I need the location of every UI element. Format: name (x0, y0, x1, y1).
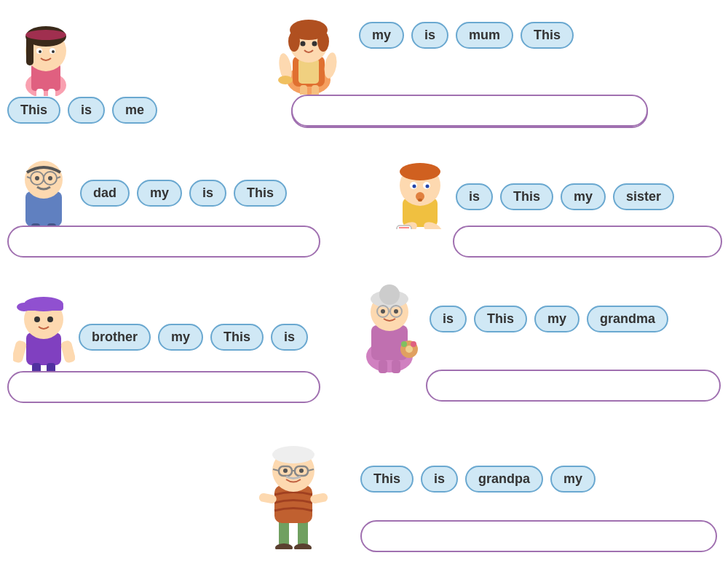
chip-this-dad[interactable]: This (234, 180, 287, 207)
chip-mum-mum[interactable]: mum (456, 22, 513, 49)
chip-sister[interactable]: sister (613, 183, 674, 210)
grandpa-chips-row: This is grandpa my (360, 466, 596, 493)
svg-rect-26 (300, 85, 307, 95)
svg-point-21 (301, 41, 306, 47)
svg-point-85 (294, 543, 312, 549)
svg-point-5 (25, 30, 66, 40)
svg-point-8 (39, 50, 41, 53)
svg-point-78 (411, 341, 416, 347)
sister-chips-row: is This my sister (456, 183, 674, 210)
chip-grandpa[interactable]: grandpa (465, 466, 543, 493)
svg-point-46 (413, 185, 416, 188)
svg-rect-61 (60, 340, 75, 364)
svg-point-41 (400, 163, 440, 180)
svg-point-77 (405, 346, 413, 353)
grandma-chips-row: is This my grandma (430, 306, 668, 332)
sister-character (389, 146, 451, 229)
svg-point-94 (283, 469, 288, 473)
svg-point-70 (379, 284, 400, 305)
mum-answer-box[interactable] (291, 95, 648, 127)
mum-chips-row: my is mum This (359, 22, 574, 49)
svg-point-36 (48, 176, 52, 180)
svg-point-88 (272, 446, 314, 463)
svg-point-58 (34, 316, 40, 322)
chip-this-sister[interactable]: This (500, 183, 553, 210)
chip-my-grandma[interactable]: my (534, 306, 579, 332)
chip-is-grandpa[interactable]: is (421, 466, 458, 493)
svg-rect-96 (258, 493, 277, 504)
chip-this-girl[interactable]: This (7, 97, 60, 124)
svg-rect-97 (309, 493, 328, 504)
svg-rect-4 (26, 36, 33, 65)
svg-point-47 (426, 185, 430, 188)
svg-rect-11 (48, 89, 55, 96)
brother-chips-row: brother my This is (79, 324, 308, 351)
chip-my-brother[interactable]: my (158, 324, 203, 351)
svg-rect-43 (418, 199, 422, 202)
chip-grandma[interactable]: grandma (587, 306, 668, 332)
chip-is-girl[interactable]: is (68, 97, 105, 124)
chip-this-brother[interactable]: This (210, 324, 264, 351)
svg-point-25 (278, 76, 293, 84)
svg-rect-60 (13, 340, 27, 364)
chip-is-grandma[interactable]: is (430, 306, 467, 332)
grandma-answer-box[interactable] (426, 370, 721, 402)
chip-is-mum[interactable]: is (411, 22, 448, 49)
chip-my-sister[interactable]: my (561, 183, 606, 210)
chip-is-dad[interactable]: is (189, 180, 226, 207)
chip-is-brother[interactable]: is (271, 324, 308, 351)
chip-is-sister[interactable]: is (456, 183, 493, 210)
dad-character (11, 142, 76, 226)
svg-point-84 (275, 543, 293, 549)
dad-chips-row: dad my is This (80, 180, 287, 207)
svg-point-22 (312, 41, 317, 47)
chip-this-grandma[interactable]: This (474, 306, 527, 332)
brother-answer-box[interactable] (7, 371, 320, 403)
svg-rect-81 (392, 360, 400, 373)
chip-me-girl[interactable]: me (112, 97, 157, 124)
grandma-character (357, 273, 422, 375)
chip-my-mum[interactable]: my (359, 22, 404, 49)
chip-this-mum[interactable]: This (521, 22, 574, 49)
svg-point-19 (288, 31, 300, 52)
svg-point-74 (381, 309, 385, 314)
grandpa-character (258, 433, 331, 549)
svg-rect-27 (312, 85, 319, 95)
svg-point-35 (35, 176, 39, 180)
chip-dad[interactable]: dad (80, 180, 130, 207)
svg-point-20 (317, 31, 329, 52)
svg-point-79 (401, 341, 407, 347)
sister-answer-box[interactable] (453, 226, 722, 258)
svg-point-9 (52, 50, 55, 53)
brother-character (13, 280, 75, 375)
svg-rect-10 (36, 89, 44, 96)
svg-point-95 (299, 469, 304, 473)
girl-character (13, 9, 79, 96)
chip-this-grandpa[interactable]: This (360, 466, 414, 493)
dad-answer-box[interactable] (7, 226, 320, 258)
chip-my-grandpa[interactable]: my (550, 466, 596, 493)
girl-chips-row: This is me (7, 97, 157, 124)
svg-rect-80 (379, 360, 387, 373)
mum-character (278, 4, 340, 95)
chip-my-dad[interactable]: my (137, 180, 182, 207)
svg-point-59 (47, 316, 53, 322)
svg-point-57 (17, 303, 31, 311)
grandpa-answer-box[interactable] (360, 520, 717, 552)
chip-brother[interactable]: brother (79, 324, 151, 351)
svg-point-75 (394, 309, 398, 314)
